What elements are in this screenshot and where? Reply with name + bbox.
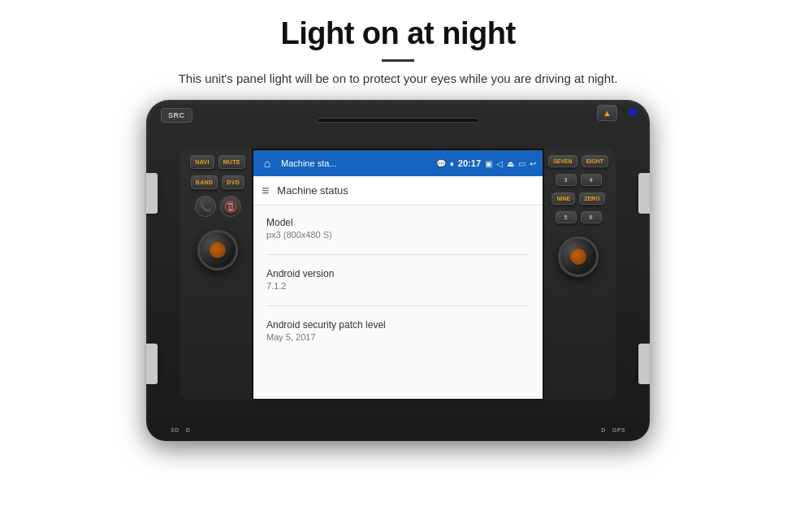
left-panel: NAVI MUTE BAND DVD 📞 📵 — [180, 149, 252, 400]
call-answer-button[interactable]: 📞 — [195, 196, 216, 217]
seven-button[interactable]: SEVEN — [548, 155, 578, 167]
android-version-info-item: Android version 7.1.2 — [266, 268, 530, 291]
menu-icon[interactable]: ≡ — [262, 184, 269, 198]
location-icon: ♦ — [450, 159, 454, 168]
phone-end-icon: 📵 — [224, 201, 237, 213]
chat-icon: 💬 — [436, 159, 446, 168]
security-patch-info-item: Android security patch level May 5, 2017 — [266, 319, 530, 342]
right-knob-center — [570, 249, 586, 265]
four-button[interactable]: 4 — [581, 174, 602, 186]
navi-mute-group: NAVI MUTE — [190, 155, 244, 169]
volume-icon: ◁ — [496, 159, 503, 168]
src-button[interactable]: SRC — [161, 108, 193, 123]
mute-button[interactable]: MUTE — [218, 155, 245, 169]
status-time: 20:17 — [458, 158, 481, 168]
page-container: Light on at night This unit's panel ligh… — [0, 0, 796, 532]
call-buttons-group: 📞 📵 — [195, 196, 241, 217]
right-bracket-top — [638, 173, 650, 214]
screen: ⌂ Machine sta... 💬 ♦ 20:17 ▣ ◁ ⏏ ▭ ↩ — [252, 149, 544, 400]
alert-button[interactable]: ▲ — [597, 105, 617, 121]
model-info-item: Model px3 (800x480 S) — [266, 217, 530, 240]
three-four-group: 3 4 — [556, 174, 602, 186]
unit-main-area: NAVI MUTE BAND DVD 📞 📵 — [180, 149, 616, 400]
android-version-value: 7.1.2 — [266, 281, 530, 291]
android-version-label: Android version — [266, 268, 530, 279]
title-divider — [382, 59, 414, 62]
left-bracket-top — [146, 173, 158, 214]
screen-icon: ▭ — [518, 159, 526, 168]
android-content: Model px3 (800x480 S) Android version 7.… — [253, 205, 543, 400]
divider-2 — [266, 305, 530, 306]
d-label-left: D — [186, 427, 191, 433]
left-bracket-bottom — [146, 344, 158, 384]
navi-button[interactable]: NAVI — [190, 155, 214, 169]
screen-wrapper: ⌂ Machine sta... 💬 ♦ 20:17 ▣ ◁ ⏏ ▭ ↩ — [253, 150, 543, 400]
band-dvd-group: BAND DVD — [191, 175, 244, 189]
call-end-button[interactable]: 📵 — [220, 196, 241, 217]
right-knob[interactable] — [558, 236, 599, 277]
band-button[interactable]: BAND — [191, 175, 218, 189]
unit-bottom-bar: SD D D GPS — [146, 427, 650, 433]
left-knob-center — [210, 242, 226, 258]
zero-button[interactable]: ZERO — [579, 192, 604, 205]
five-button[interactable]: 5 — [556, 211, 577, 223]
right-bracket-bottom — [638, 344, 650, 384]
power-indicator — [629, 108, 637, 116]
back-icon: ↩ — [530, 159, 536, 168]
divider-1 — [266, 254, 530, 255]
left-knob[interactable] — [197, 230, 238, 270]
app-bar-title: Machine status — [277, 184, 348, 197]
phone-icon: 📞 — [199, 201, 212, 213]
seven-eight-group: SEVEN EIGHT — [548, 155, 608, 167]
android-app-bar: ≡ Machine status — [253, 176, 543, 205]
security-patch-value: May 5, 2017 — [266, 332, 530, 342]
status-icons: 💬 ♦ 20:17 ▣ ◁ ⏏ ▭ ↩ — [436, 158, 536, 168]
home-icon[interactable]: ⌂ — [260, 156, 275, 171]
nine-button[interactable]: NINE — [552, 192, 575, 205]
sd-label: SD — [171, 427, 180, 433]
three-button[interactable]: 3 — [556, 174, 577, 186]
status-app-title: Machine sta... — [281, 158, 433, 168]
cd-slot — [317, 118, 479, 123]
eight-button[interactable]: EIGHT — [582, 155, 608, 167]
eject-icon: ⏏ — [507, 159, 514, 168]
right-panel: SEVEN EIGHT 3 4 NINE ZERO 5 6 — [544, 149, 616, 400]
security-patch-label: Android security patch level — [266, 319, 530, 331]
model-label: Model — [266, 217, 530, 228]
unit-top-bar: SRC ▲ — [146, 100, 650, 131]
android-status-bar: ⌂ Machine sta... 💬 ♦ 20:17 ▣ ◁ ⏏ ▭ ↩ — [253, 150, 543, 176]
model-value: px3 (800x480 S) — [266, 230, 530, 240]
subtitle: This unit's panel light will be on to pr… — [179, 71, 618, 85]
car-unit: SRC ▲ NAVI MUTE BAND DVD — [146, 100, 650, 441]
d-label-right: D — [601, 427, 606, 433]
dvd-button[interactable]: DVD — [222, 175, 244, 189]
unit-top-left: SRC — [161, 108, 193, 123]
media-icon: ▣ — [485, 159, 492, 168]
six-button[interactable]: 6 — [581, 211, 602, 223]
gps-label: GPS — [612, 427, 625, 433]
five-six-group: 5 6 — [556, 211, 602, 223]
page-title: Light on at night — [280, 16, 515, 51]
nine-zero-group: NINE ZERO — [552, 192, 604, 205]
